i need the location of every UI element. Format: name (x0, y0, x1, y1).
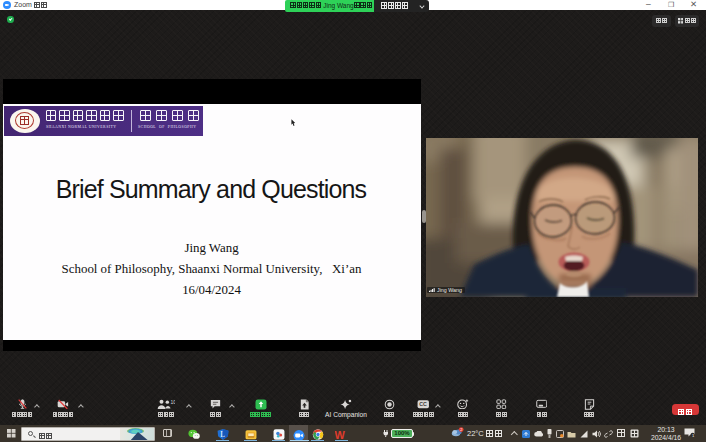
svg-text:W: W (335, 429, 345, 440)
svg-text:CC: CC (419, 401, 427, 407)
svg-text:L: L (220, 430, 225, 439)
svg-text:10: 10 (171, 399, 176, 404)
